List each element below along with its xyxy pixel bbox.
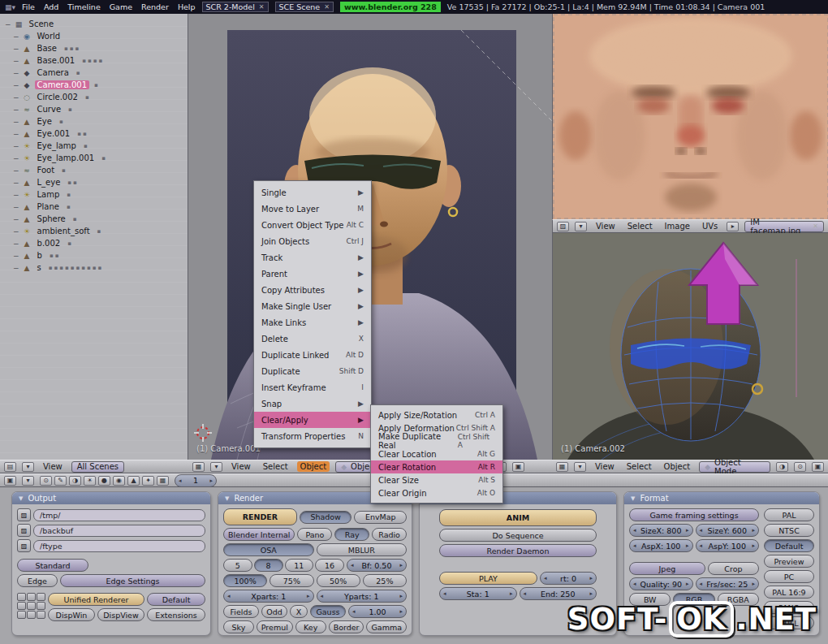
dispview-toggle[interactable]: DispView [97,608,144,621]
backbuf-field[interactable]: /backbuf [33,525,205,537]
menu-collapse-icon[interactable]: ▾ [22,476,34,486]
extensions-toggle[interactable]: Extensions [147,608,205,621]
osa-value-button[interactable]: 5 [223,559,252,572]
ftype-field[interactable]: /ftype [33,540,205,552]
menu-collapse-icon[interactable]: ▾ [210,462,222,472]
outliner-item[interactable]: − ☀ ambient_soft ▪ [0,225,188,237]
menu-collapse-icon[interactable]: ▾ [22,462,34,472]
unlink-icon[interactable]: ✕ [813,223,818,230]
select-menu[interactable]: Select [260,461,291,472]
render-button[interactable]: RENDER [223,508,297,525]
menu-collapse-icon[interactable]: ▾ [575,222,587,231]
rt-field[interactable]: rt: 0 [540,572,597,585]
format-preset-button[interactable]: PAL 16:9 [764,586,814,599]
outliner-item[interactable]: − ◆ Camera ▪ [0,67,188,79]
menubar-item[interactable]: Help [178,2,196,11]
outliner-item[interactable]: − ◆ Camera.001 ▪ [0,79,188,91]
window-type-icon[interactable]: ▦▾ [5,3,15,11]
shadow-toggle[interactable]: Shadow [300,511,352,524]
size-percent-button[interactable]: 75% [270,574,313,587]
filetype-dropdown[interactable]: Jpeg [629,562,705,575]
outliner-item[interactable]: − ◌ Circle.002 ▪ [0,91,188,103]
fields-toggle[interactable]: Fields [223,605,259,618]
outliner-item[interactable]: − ▲ s ▪▪▪▪▪▪▪▪▪▪ [0,261,188,274]
frame-stepper[interactable]: 1 [175,474,217,487]
script-icon[interactable]: ✎ [54,476,67,486]
render-preview-icon[interactable]: ▣ [512,462,524,472]
key-toggle[interactable]: Key [295,620,326,633]
uv-image-editor[interactable] [552,14,828,219]
world-icon[interactable]: ◉ [113,476,125,486]
output-panel-tab[interactable]: ▼ Output [12,492,210,504]
sizex-field[interactable]: SizeX: 800 [629,524,693,537]
logic-icon[interactable]: ⊙ [40,476,52,486]
outliner-item[interactable]: − ▲ L_eye ▪▪ [0,176,188,188]
sky-toggle[interactable]: Sky [223,620,254,633]
quality-field[interactable]: Quality: 90 [629,577,693,590]
context-menu-item[interactable]: Clear/Apply ▶ [254,412,371,428]
outliner-item[interactable]: − ≈ Foot ▪ [0,164,188,176]
framerate-field[interactable]: Frs/sec: 25 [696,577,760,590]
default-dropdown[interactable]: Default [147,593,205,606]
submenu-item[interactable]: Apply Size/Rotation Ctrl A [371,408,502,421]
gamma-toggle[interactable]: Gamma [366,620,407,633]
select-menu[interactable]: Select [623,461,655,472]
outliner-display-dropdown[interactable]: All Scenes [71,461,124,473]
context-menu-item[interactable]: Track ▶ [254,249,371,266]
outliner-item[interactable]: − ▲ b.002 ▪ [0,237,188,249]
premul-toggle[interactable]: Premul [257,620,293,633]
select-menu[interactable]: Select [624,221,656,231]
bf-field[interactable]: Bf: 0.50 [347,559,407,572]
blender-version-link[interactable]: www.blender.org 228 [340,2,441,12]
view-menu[interactable]: View [592,461,618,472]
xparts-field[interactable]: Xparts: 1 [223,590,314,603]
editor-type-icon[interactable]: ▦ [192,462,205,472]
submenu-item[interactable]: Make Duplicate Real Ctrl Shift A [371,434,502,447]
edge-toggle[interactable]: Edge [17,574,58,587]
format-panel-tab[interactable]: ▼ Format [624,492,819,504]
border-toggle[interactable]: Border [329,620,364,633]
context-menu-item[interactable]: Join Objects Ctrl J [254,233,371,249]
context-menu-item[interactable]: Make Single User ▶ [254,298,371,314]
outliner-item[interactable]: − ☀ Eye_lamp.001 ▪ [0,152,188,164]
outliner-item[interactable]: − ▲ Plane ▪ [0,201,188,213]
aspy-field[interactable]: AspY: 100 [696,539,760,552]
size-percent-button[interactable]: 100% [223,574,267,587]
context-menu-item[interactable]: Make Links ▶ [254,314,371,331]
edge-settings-button[interactable]: Edge Settings [60,574,205,587]
dispwin-toggle[interactable]: DispWin [48,608,95,621]
shading-icon[interactable]: ◑ [69,476,81,486]
view-menu[interactable]: View [593,221,619,231]
format-preset-button[interactable]: Preview [764,555,814,568]
pano-toggle[interactable]: Pano [297,528,332,541]
render-path-field[interactable]: /tmp/ [33,509,205,521]
outliner-item[interactable]: − ▲ Base ▪▪▪ [0,42,188,54]
render-daemon-button[interactable]: Render Daemon [439,544,597,557]
outliner-item[interactable]: − ▲ b ▪▪ [0,249,188,261]
image-browse-icon[interactable]: ▸ [727,222,739,231]
format-preset-button[interactable]: PC [764,570,814,583]
crop-toggle[interactable]: Crop [708,562,759,575]
context-menu-item[interactable]: Transform Properties N [254,428,371,444]
osa-value-button[interactable]: 16 [315,559,344,572]
submenu-item[interactable]: Clear Rotation Alt R [371,460,502,473]
submenu-item[interactable]: Clear Size Alt S [371,473,502,486]
material-icon[interactable]: ● [98,476,110,486]
close-icon[interactable]: ✕ [324,3,330,11]
view-menu[interactable]: View [40,461,66,472]
draw-mode-icon[interactable]: ◑ [776,462,788,472]
play-button[interactable]: PLAY [439,572,537,585]
context-menu-item[interactable]: Copy Attributes ▶ [254,282,371,298]
file-browse-icon[interactable]: ▨ [17,508,31,521]
ray-toggle[interactable]: Ray [334,528,369,541]
object-icon[interactable]: ▲ [127,476,140,486]
outliner-item[interactable]: − ▲ Base.001 ▪▪▪▪ [0,54,188,67]
format-preset-button[interactable]: Default [764,539,814,552]
format-preset-button[interactable]: NTSC [764,524,814,537]
lamp-icon[interactable]: ☀ [84,476,96,486]
close-icon[interactable]: ✕ [259,3,265,11]
mode-dropdown[interactable]: ◆ Object Mode [699,461,770,473]
outliner-item[interactable]: − ◉ World [0,30,188,42]
outliner-item[interactable]: − ☀ Lamp ▪ [0,188,188,201]
context-menu-item[interactable]: Convert Object Type Alt C [254,217,371,233]
